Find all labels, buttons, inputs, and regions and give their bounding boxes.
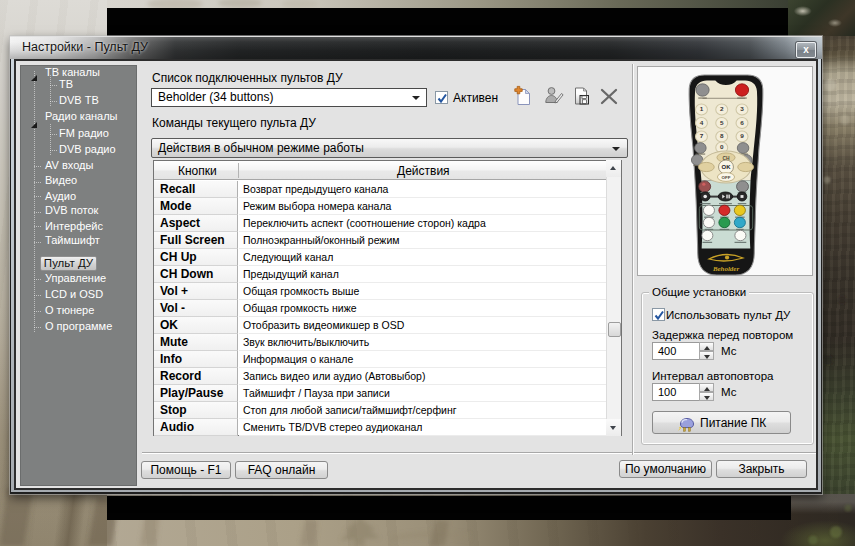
svg-text:8: 8 [720, 133, 724, 140]
svg-text:OK: OK [722, 164, 732, 170]
svg-text:Beholder: Beholder [712, 265, 740, 272]
svg-text:5: 5 [720, 119, 724, 126]
svg-text:OFF: OFF [722, 175, 731, 180]
svg-text:4: 4 [700, 119, 704, 126]
svg-text:2: 2 [720, 106, 724, 113]
svg-text:1: 1 [700, 106, 704, 113]
svg-text:7: 7 [700, 133, 704, 140]
svg-text:0: 0 [720, 144, 724, 151]
svg-text:3: 3 [740, 106, 744, 113]
svg-text:9: 9 [740, 133, 744, 140]
svg-text:6: 6 [740, 119, 744, 126]
